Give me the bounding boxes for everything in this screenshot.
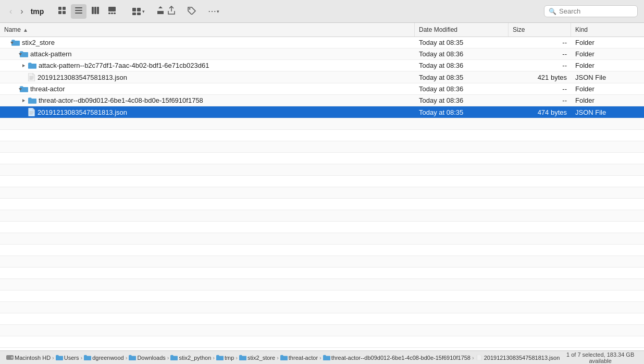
view-controls — [54, 4, 120, 19]
col-header-date[interactable]: Date Modified — [415, 23, 509, 37]
breadcrumb-item[interactable]: 20191213083547581813.json — [476, 355, 560, 361]
breadcrumb-item[interactable]: Users — [56, 355, 79, 361]
empty-row — [0, 164, 644, 176]
empty-row — [0, 302, 644, 313]
breadcrumb-label: threat-actor — [289, 355, 318, 361]
breadcrumb-label: stix2_python — [179, 355, 211, 361]
svg-rect-21 — [29, 79, 33, 79]
svg-rect-5 — [75, 10, 82, 11]
breadcrumb-label: Downloads — [137, 355, 165, 361]
file-row[interactable]: stix2_storeToday at 08:35--Folder — [0, 37, 644, 48]
svg-rect-13 — [114, 13, 116, 14]
empty-row — [0, 325, 644, 336]
share-button[interactable] — [153, 4, 179, 19]
svg-rect-16 — [132, 13, 136, 15]
svg-rect-4 — [75, 7, 82, 8]
file-date: Today at 08:36 — [415, 48, 509, 59]
file-name: stix2_store — [22, 39, 55, 46]
breadcrumb-item[interactable]: tmp — [216, 355, 234, 361]
svg-rect-17 — [137, 13, 141, 15]
list-view-button[interactable] — [71, 4, 86, 19]
breadcrumb-separator: › — [319, 355, 321, 361]
file-row[interactable]: threat-actor--db09d012-6be1-4c08-bd0e-15… — [0, 95, 644, 106]
file-size: -- — [509, 83, 571, 94]
search-box[interactable]: 🔍 — [544, 5, 638, 17]
forward-button[interactable]: › — [17, 6, 26, 17]
search-input[interactable] — [559, 7, 633, 15]
svg-rect-11 — [108, 13, 110, 14]
svg-rect-9 — [97, 7, 99, 14]
breadcrumb-item[interactable]: stix2_store — [239, 355, 275, 361]
svg-point-27 — [11, 357, 13, 358]
breadcrumb-item[interactable]: Macintosh HD — [6, 355, 51, 361]
tags-button[interactable] — [183, 4, 200, 19]
back-button[interactable]: ‹ — [6, 6, 15, 17]
file-kind: JSON File — [571, 106, 644, 118]
statusbar: Macintosh HD› Users› dgreenwood› Downloa… — [0, 350, 644, 364]
svg-rect-23 — [29, 113, 33, 113]
svg-rect-20 — [29, 78, 33, 78]
svg-rect-1 — [63, 7, 66, 10]
svg-rect-2 — [58, 11, 61, 14]
file-size: -- — [509, 95, 571, 106]
file-date: Today at 08:36 — [415, 60, 509, 71]
toolbar: ‹ › tmp — [0, 0, 644, 23]
file-date: Today at 08:35 — [415, 71, 509, 83]
quicklook-button[interactable]: ▾ — [128, 5, 148, 18]
file-row[interactable]: 20191213083547581813.jsonToday at 08:354… — [0, 106, 644, 118]
empty-row — [0, 245, 644, 256]
breadcrumb-label: Users — [64, 355, 79, 361]
file-kind: JSON File — [571, 71, 644, 83]
file-name: threat-actor — [30, 85, 65, 93]
svg-rect-7 — [92, 7, 94, 14]
breadcrumb-item[interactable]: dgreenwood — [84, 355, 124, 361]
svg-point-18 — [189, 8, 190, 9]
breadcrumb-separator: › — [213, 355, 215, 361]
svg-rect-10 — [108, 7, 116, 11]
svg-rect-12 — [111, 13, 113, 14]
breadcrumb-separator: › — [472, 355, 474, 361]
file-row[interactable]: threat-actorToday at 08:36--Folder — [0, 83, 644, 95]
breadcrumb-separator: › — [80, 355, 82, 361]
empty-row — [0, 141, 644, 153]
file-rows: stix2_storeToday at 08:35--Folder attack… — [0, 37, 644, 348]
file-size: -- — [509, 37, 571, 48]
breadcrumb-label: stix2_store — [247, 355, 275, 361]
breadcrumb-separator: › — [126, 355, 128, 361]
breadcrumb-label: 20191213083547581813.json — [484, 355, 560, 361]
breadcrumb-label: threat-actor--db09d012-6be1-4c08-bd0e-15… — [331, 355, 470, 361]
col-header-size[interactable]: Size — [509, 23, 571, 37]
column-view-button[interactable] — [88, 4, 103, 19]
file-size: 421 bytes — [509, 71, 571, 83]
empty-row — [0, 118, 644, 130]
file-kind: Folder — [571, 60, 644, 71]
empty-row — [0, 290, 644, 302]
empty-row — [0, 176, 644, 187]
gallery-view-button[interactable] — [104, 4, 120, 19]
file-row[interactable]: 20191213083547581813.jsonToday at 08:354… — [0, 71, 644, 83]
file-row[interactable]: attack-patternToday at 08:36--Folder — [0, 48, 644, 60]
file-name: 20191213083547581813.json — [38, 74, 127, 81]
breadcrumb-item[interactable]: threat-actor — [280, 355, 318, 361]
col-header-kind[interactable]: Kind — [571, 23, 644, 37]
file-date: Today at 08:35 — [415, 106, 509, 118]
more-button[interactable]: ⋯ ▾ — [204, 4, 223, 18]
file-kind: Folder — [571, 83, 644, 94]
breadcrumb-item[interactable]: Downloads — [129, 355, 165, 361]
svg-rect-8 — [94, 7, 96, 14]
icon-view-button[interactable] — [54, 4, 70, 19]
file-row[interactable]: attack-pattern--b2c77df1-7aac-4b02-bdf1-… — [0, 60, 644, 71]
empty-row — [0, 336, 644, 348]
empty-row — [0, 199, 644, 210]
svg-rect-3 — [63, 11, 66, 14]
breadcrumb-item[interactable]: threat-actor--db09d012-6be1-4c08-bd0e-15… — [323, 355, 470, 361]
file-list-container: Name ▲ Date Modified Size Kind stix2_sto… — [0, 23, 644, 350]
empty-row — [0, 153, 644, 164]
col-header-name[interactable]: Name ▲ — [0, 23, 415, 37]
breadcrumb-item[interactable]: stix2_python — [170, 355, 211, 361]
breadcrumb-separator: › — [52, 355, 54, 361]
file-kind: Folder — [571, 95, 644, 106]
file-size: 474 bytes — [509, 106, 571, 118]
file-name: attack-pattern--b2c77df1-7aac-4b02-bdf1-… — [39, 62, 209, 69]
status-text: 1 of 7 selected, 183.34 GB available — [563, 351, 638, 364]
